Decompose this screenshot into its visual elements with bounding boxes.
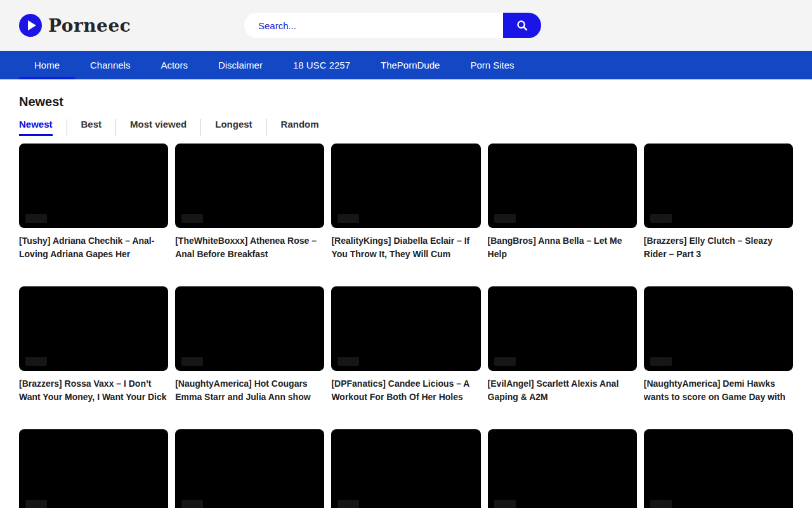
video-thumbnail[interactable]	[644, 144, 793, 228]
duration-badge	[650, 500, 672, 508]
video-title[interactable]: [Brazzers] Rossa Vaxx – I Don’t Want You…	[19, 377, 168, 404]
page-title: Newest	[19, 95, 793, 109]
video-title[interactable]: [Tushy] Adriana Chechik – Anal-Loving Ad…	[19, 234, 168, 261]
video-card[interactable]: [BangBros] Anna Bella – Let Me Help	[488, 144, 637, 261]
search-input[interactable]	[244, 13, 503, 38]
tab-best[interactable]: Best	[67, 119, 116, 136]
main-content: Newest Newest Best Most viewed Longest R…	[0, 95, 812, 508]
duration-badge	[25, 214, 47, 223]
video-thumbnail[interactable]	[175, 286, 324, 371]
video-card[interactable]: [Tushy] Adriana Chechik – Anal-Loving Ad…	[19, 144, 168, 261]
nav-item-porn-sites[interactable]: Porn Sites	[455, 51, 529, 79]
video-card[interactable]: [Brazzers] Rossa Vaxx – I Don’t Want You…	[19, 286, 168, 404]
video-card[interactable]: [TheWhiteBoxxx] Athenea Rose – Anal Befo…	[175, 144, 324, 261]
duration-badge	[25, 357, 47, 366]
nav-item-home[interactable]: Home	[19, 51, 75, 79]
play-icon	[19, 14, 42, 37]
main-nav: Home Channels Actors Disclaimer 18 USC 2…	[0, 51, 812, 79]
duration-badge	[181, 500, 203, 508]
tab-most-viewed[interactable]: Most viewed	[115, 119, 200, 136]
tab-longest[interactable]: Longest	[200, 119, 266, 136]
duration-badge	[181, 214, 203, 223]
video-thumbnail[interactable]	[175, 429, 324, 508]
video-card[interactable]: [DPFanatics] Candee Licious – A Workout …	[331, 286, 480, 404]
video-card[interactable]	[644, 429, 793, 508]
video-thumbnail[interactable]	[19, 144, 168, 228]
video-card[interactable]	[488, 429, 637, 508]
nav-item-theporndude[interactable]: ThePornDude	[365, 51, 455, 79]
video-grid: [Tushy] Adriana Chechik – Anal-Loving Ad…	[19, 144, 793, 508]
video-card[interactable]: [NaughtyAmerica] Hot Cougars Emma Starr …	[175, 286, 324, 404]
video-card[interactable]	[19, 429, 168, 508]
video-title[interactable]: [NaughtyAmerica] Demi Hawks wants to sco…	[644, 377, 793, 404]
nav-item-18-usc-2257[interactable]: 18 USC 2257	[278, 51, 365, 79]
duration-badge	[337, 214, 359, 223]
video-thumbnail[interactable]	[331, 429, 480, 508]
video-title[interactable]: [RealityKings] Diabella Eclair – If You …	[331, 234, 480, 261]
magnifier-icon	[515, 18, 529, 32]
video-card[interactable]	[175, 429, 324, 508]
video-thumbnail[interactable]	[175, 144, 324, 228]
duration-badge	[494, 357, 516, 366]
nav-item-disclaimer[interactable]: Disclaimer	[203, 51, 278, 79]
nav-item-channels[interactable]: Channels	[75, 51, 145, 79]
search-button[interactable]	[503, 13, 541, 38]
video-title[interactable]: [TheWhiteBoxxx] Athenea Rose – Anal Befo…	[175, 234, 324, 261]
video-thumbnail[interactable]	[488, 429, 637, 508]
duration-badge	[25, 500, 47, 508]
nav-item-actors[interactable]: Actors	[145, 51, 203, 79]
video-title[interactable]: [DPFanatics] Candee Licious – A Workout …	[331, 377, 480, 404]
video-thumbnail[interactable]	[644, 429, 793, 508]
video-card[interactable]: [RealityKings] Diabella Eclair – If You …	[331, 144, 480, 261]
site-header: Porneec	[0, 0, 812, 51]
video-thumbnail[interactable]	[488, 286, 637, 371]
video-title[interactable]: [Brazzers] Elly Clutch – Sleazy Rider – …	[644, 234, 793, 261]
video-title[interactable]: [BangBros] Anna Bella – Let Me Help	[488, 234, 637, 261]
video-card[interactable]: [EvilAngel] Scarlett Alexis Anal Gaping …	[488, 286, 637, 404]
site-logo[interactable]: Porneec	[19, 14, 131, 37]
duration-badge	[181, 357, 203, 366]
video-thumbnail[interactable]	[644, 286, 793, 371]
duration-badge	[650, 214, 672, 223]
video-title[interactable]: [EvilAngel] Scarlett Alexis Anal Gaping …	[488, 377, 637, 404]
duration-badge	[650, 357, 672, 366]
tab-random[interactable]: Random	[266, 119, 333, 136]
duration-badge	[337, 357, 359, 366]
site-name: Porneec	[48, 15, 131, 36]
duration-badge	[494, 214, 516, 223]
sort-tabs: Newest Best Most viewed Longest Random	[19, 119, 793, 136]
tab-newest[interactable]: Newest	[19, 119, 67, 136]
video-thumbnail[interactable]	[488, 144, 637, 228]
duration-badge	[337, 500, 359, 508]
video-card[interactable]: [Brazzers] Elly Clutch – Sleazy Rider – …	[644, 144, 793, 261]
duration-badge	[494, 500, 516, 508]
video-thumbnail[interactable]	[331, 286, 480, 371]
search-bar	[244, 13, 541, 38]
video-card[interactable]	[331, 429, 480, 508]
video-thumbnail[interactable]	[331, 144, 480, 228]
video-thumbnail[interactable]	[19, 286, 168, 371]
video-card[interactable]: [NaughtyAmerica] Demi Hawks wants to sco…	[644, 286, 793, 404]
video-title[interactable]: [NaughtyAmerica] Hot Cougars Emma Starr …	[175, 377, 324, 404]
video-thumbnail[interactable]	[19, 429, 168, 508]
